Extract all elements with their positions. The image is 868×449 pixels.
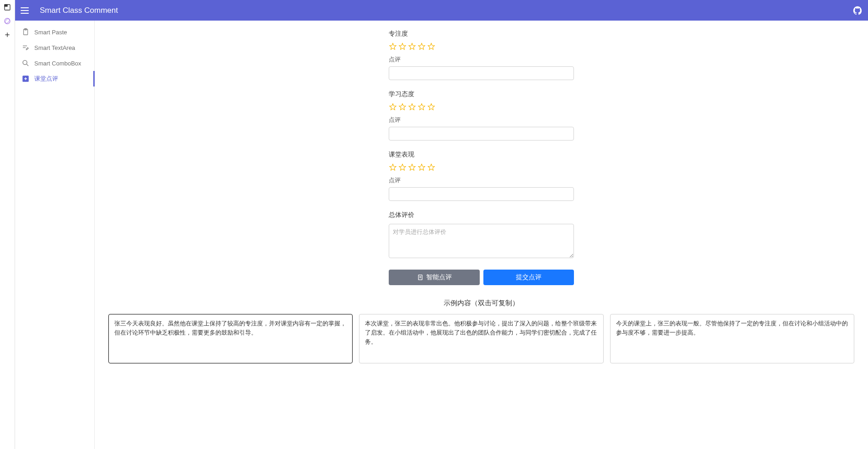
star-icon[interactable] bbox=[427, 103, 435, 111]
performance-comment-input[interactable] bbox=[389, 187, 574, 201]
star-icon[interactable] bbox=[408, 43, 416, 51]
attitude-rating bbox=[389, 103, 574, 111]
section-title: 学习态度 bbox=[389, 90, 574, 98]
overall-comment-textarea[interactable] bbox=[389, 224, 574, 258]
focus-rating bbox=[389, 43, 574, 51]
sidebar-item-label: 课堂点评 bbox=[34, 75, 58, 83]
svg-line-11 bbox=[27, 64, 28, 66]
star-icon[interactable] bbox=[427, 43, 435, 51]
attitude-comment-input[interactable] bbox=[389, 127, 574, 141]
button-label: 智能点评 bbox=[426, 273, 452, 281]
button-label: 提交点评 bbox=[516, 273, 541, 281]
section-title: 课堂表现 bbox=[389, 151, 574, 159]
focus-comment-input[interactable] bbox=[389, 66, 574, 80]
sidebar-item-smart-paste[interactable]: Smart Paste bbox=[15, 24, 94, 40]
rail-add-icon[interactable] bbox=[3, 30, 12, 39]
svg-rect-1 bbox=[5, 5, 7, 6]
star-icon[interactable] bbox=[408, 103, 416, 111]
comment-label: 点评 bbox=[389, 55, 574, 64]
svg-point-10 bbox=[23, 60, 27, 65]
github-icon[interactable] bbox=[852, 5, 863, 16]
sidebar-item-label: Smart Paste bbox=[34, 29, 67, 36]
search-icon bbox=[21, 59, 30, 67]
comment-label: 点评 bbox=[389, 116, 574, 124]
sidebar-item-label: Smart TextArea bbox=[34, 44, 75, 51]
submit-comment-button[interactable]: 提交点评 bbox=[483, 270, 574, 285]
app-header: Smart Class Comment bbox=[15, 0, 868, 21]
star-icon[interactable] bbox=[398, 163, 407, 172]
section-overall: 总体评价 bbox=[389, 211, 574, 260]
example-card[interactable]: 本次课堂，张三的表现非常出色。他积极参与讨论，提出了深入的问题，给整个班级带来了… bbox=[359, 314, 603, 363]
star-icon[interactable] bbox=[389, 103, 397, 111]
edit-icon bbox=[21, 43, 30, 52]
sidebar-item-label: Smart ComboBox bbox=[34, 60, 81, 67]
menu-toggle-button[interactable] bbox=[21, 5, 32, 16]
sidebar-item-smart-combobox[interactable]: Smart ComboBox bbox=[15, 55, 94, 71]
examples-heading: 示例内容（双击可复制） bbox=[108, 299, 854, 308]
star-icon[interactable] bbox=[418, 43, 426, 51]
smart-comment-button[interactable]: 智能点评 bbox=[389, 270, 480, 285]
sidebar-item-class-comment[interactable]: 课堂点评 bbox=[15, 71, 95, 87]
section-attitude: 学习态度 点评 bbox=[389, 90, 574, 141]
star-icon[interactable] bbox=[418, 103, 426, 111]
performance-rating bbox=[389, 163, 574, 172]
comment-label: 点评 bbox=[389, 176, 574, 184]
rail-blazor-icon[interactable] bbox=[3, 16, 12, 26]
star-icon[interactable] bbox=[398, 43, 407, 51]
main-content: 专注度 点评 学习态度 bbox=[95, 21, 868, 449]
section-title: 总体评价 bbox=[389, 211, 574, 219]
plus-box-icon bbox=[21, 75, 30, 83]
star-icon[interactable] bbox=[389, 43, 397, 51]
section-focus: 专注度 点评 bbox=[389, 30, 574, 80]
star-icon[interactable] bbox=[418, 163, 426, 172]
example-card[interactable]: 今天的课堂上，张三的表现一般。尽管他保持了一定的专注度，但在讨论和小组活动中的参… bbox=[610, 314, 854, 363]
sidebar-item-smart-textarea[interactable]: Smart TextArea bbox=[15, 40, 94, 55]
star-icon[interactable] bbox=[408, 163, 416, 172]
sidebar: Smart Paste Smart TextArea Smart ComboBo… bbox=[15, 21, 95, 449]
star-icon[interactable] bbox=[427, 163, 435, 172]
clipboard-icon bbox=[21, 28, 30, 36]
example-card[interactable]: 张三今天表现良好。虽然他在课堂上保持了较高的专注度，并对课堂内容有一定的掌握，但… bbox=[108, 314, 353, 363]
app-title: Smart Class Comment bbox=[40, 6, 118, 15]
section-performance: 课堂表现 点评 bbox=[389, 151, 574, 201]
sparkle-icon bbox=[417, 274, 424, 281]
star-icon[interactable] bbox=[398, 103, 407, 111]
star-icon[interactable] bbox=[389, 163, 397, 172]
section-title: 专注度 bbox=[389, 30, 574, 38]
rail-panel-icon[interactable] bbox=[3, 3, 12, 12]
